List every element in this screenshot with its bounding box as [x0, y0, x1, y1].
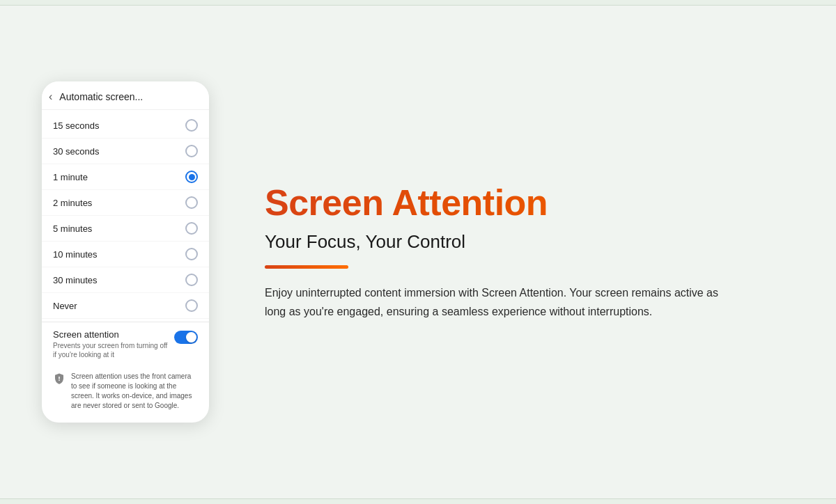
- radio-label: 1 minute: [53, 172, 88, 182]
- description-text: Enjoy uninterrupted content immersion wi…: [265, 284, 725, 321]
- phone-screen-title: Automatic screen...: [59, 91, 143, 102]
- radio-list: 15 seconds30 seconds1 minute2 minutes5 m…: [42, 110, 209, 322]
- radio-label: Never: [53, 301, 77, 311]
- screen-attention-toggle[interactable]: [174, 331, 198, 344]
- radio-item[interactable]: 30 minutes: [42, 267, 209, 293]
- accent-bar: [265, 265, 348, 269]
- phone-mockup: ‹ Automatic screen... 15 seconds30 secon…: [42, 81, 209, 423]
- radio-item[interactable]: 1 minute: [42, 164, 209, 190]
- radio-item[interactable]: Never: [42, 293, 209, 319]
- radio-item[interactable]: 15 seconds: [42, 113, 209, 139]
- radio-item[interactable]: 5 minutes: [42, 216, 209, 242]
- radio-circle: [185, 196, 198, 209]
- privacy-icon: [53, 372, 65, 385]
- radio-item[interactable]: 30 seconds: [42, 139, 209, 164]
- radio-circle: [185, 119, 198, 132]
- radio-circle: [185, 171, 198, 183]
- radio-label: 5 minutes: [53, 223, 92, 234]
- screen-attention-desc: Prevents your screen from turning off if…: [53, 341, 169, 359]
- radio-circle: [185, 248, 198, 260]
- radio-circle: [185, 274, 198, 286]
- radio-item[interactable]: 2 minutes: [42, 190, 209, 216]
- bottom-bar: [0, 498, 836, 504]
- screen-attention-section: Screen attention Prevents your screen fr…: [42, 322, 209, 365]
- radio-label: 10 minutes: [53, 249, 98, 260]
- radio-label: 2 minutes: [53, 198, 92, 208]
- radio-item[interactable]: 10 minutes: [42, 242, 209, 267]
- radio-circle: [185, 299, 198, 312]
- radio-label: 15 seconds: [53, 120, 100, 131]
- right-content: Screen Attention Your Focus, Your Contro…: [265, 183, 738, 321]
- main-headline: Screen Attention: [265, 183, 738, 223]
- privacy-section: Screen attention uses the front camera t…: [42, 365, 209, 419]
- top-bar: [0, 0, 836, 6]
- radio-label: 30 seconds: [53, 146, 100, 157]
- back-arrow-icon[interactable]: ‹: [49, 91, 52, 102]
- phone-header: ‹ Automatic screen...: [42, 81, 209, 110]
- sub-headline: Your Focus, Your Control: [265, 231, 738, 253]
- radio-circle: [185, 222, 198, 235]
- screen-attention-title: Screen attention: [53, 329, 169, 340]
- radio-label: 30 minutes: [53, 275, 98, 285]
- main-content: ‹ Automatic screen... 15 seconds30 secon…: [0, 6, 836, 498]
- radio-circle: [185, 145, 198, 157]
- privacy-text: Screen attention uses the front camera t…: [71, 372, 198, 411]
